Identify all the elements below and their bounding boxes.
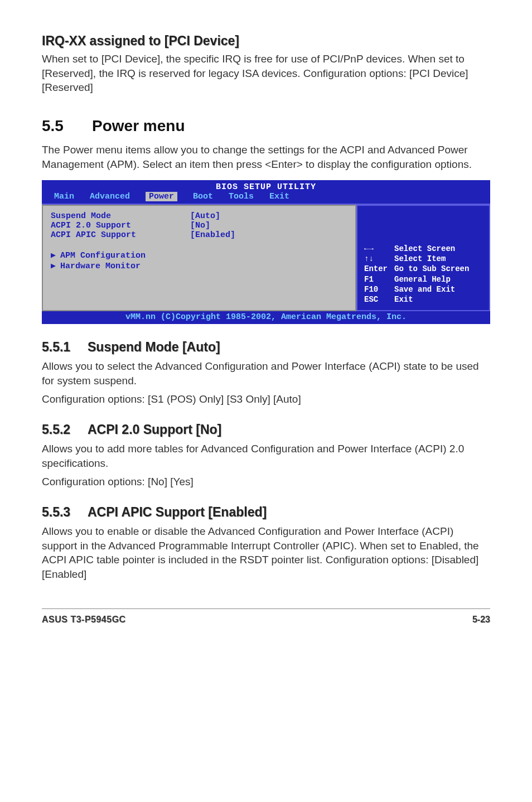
bios-row-label: ACPI APIC Support — [51, 230, 190, 240]
help-line: ←→Select Screen — [364, 244, 482, 254]
bios-row-value: [No] — [190, 221, 210, 230]
s552-heading: 5.5.2ACPI 2.0 Support [No] — [42, 422, 490, 437]
s553-title: ACPI APIC Support [Enabled] — [88, 505, 267, 519]
help-desc: Exit — [394, 294, 413, 305]
bios-footer: vMM.nn (C)Copyright 1985-2002, American … — [42, 311, 490, 324]
bios-tab-advanced[interactable]: Advanced — [90, 192, 130, 201]
s553-p1: Allows you to enable or disable the Adva… — [42, 524, 490, 582]
bios-row[interactable]: ACPI 2.0 Support [No] — [51, 221, 347, 230]
bios-screenshot: BIOS SETUP UTILITY Main Advanced Power B… — [42, 180, 490, 324]
bios-right-panel: ←→Select Screen ↑↓Select Item EnterGo to… — [356, 205, 490, 311]
bios-tab-boot[interactable]: Boot — [193, 192, 213, 201]
submenu-arrow-icon: ▶ — [51, 251, 56, 260]
help-desc: Go to Sub Screen — [394, 264, 469, 274]
help-key: ←→ — [364, 244, 390, 254]
help-key: F1 — [364, 274, 390, 284]
bios-tab-tools[interactable]: Tools — [229, 192, 254, 201]
power-num: 5.5 — [42, 117, 92, 135]
s552-p2: Configuration options: [No] [Yes] — [42, 475, 490, 489]
help-key: ↑↓ — [364, 254, 390, 264]
s553-num: 5.5.3 — [42, 505, 88, 520]
s552-title: ACPI 2.0 Support [No] — [88, 422, 221, 437]
bios-submenu-label: APM Configuration — [60, 251, 146, 260]
submenu-arrow-icon: ▶ — [51, 262, 56, 271]
bios-submenu[interactable]: ▶Hardware Monitor — [51, 260, 347, 271]
power-title: Power menu — [92, 117, 185, 134]
s551-heading: 5.5.1Suspend Mode [Auto] — [42, 340, 490, 355]
power-intro: The Power menu items allow you to change… — [42, 143, 490, 171]
s551-p2: Configuration options: [S1 (POS) Only] [… — [42, 392, 490, 407]
help-key: ESC — [364, 294, 390, 305]
s551-title: Suspend Mode [Auto] — [88, 340, 220, 354]
bios-row-value: [Enabled] — [190, 230, 235, 240]
bios-tab-exit[interactable]: Exit — [269, 192, 289, 201]
bios-tab-power[interactable]: Power — [146, 192, 177, 201]
bios-title: BIOS SETUP UTILITY — [42, 180, 490, 192]
bios-help: ←→Select Screen ↑↓Select Item EnterGo to… — [364, 244, 482, 305]
bios-row-label: ACPI 2.0 Support — [51, 221, 190, 230]
help-desc: General Help — [394, 274, 451, 284]
bios-submenu[interactable]: ▶APM Configuration — [51, 250, 347, 260]
help-desc: Save and Exit — [394, 284, 455, 294]
help-line: ↑↓Select Item — [364, 254, 482, 264]
bios-row[interactable]: ACPI APIC Support [Enabled] — [51, 230, 347, 240]
power-heading: 5.5Power menu — [42, 117, 490, 135]
help-desc: Select Screen — [394, 244, 455, 254]
bios-row-label: Suspend Mode — [51, 211, 190, 221]
help-line: F10Save and Exit — [364, 284, 482, 294]
help-line: EnterGo to Sub Screen — [364, 264, 482, 274]
footer-product: ASUS T3-P5945GC — [42, 615, 126, 625]
bios-submenu-label: Hardware Monitor — [60, 262, 141, 271]
help-line: ESCExit — [364, 294, 482, 305]
bios-row-value: [Auto] — [190, 211, 220, 221]
help-line: F1General Help — [364, 274, 482, 284]
help-key: F10 — [364, 284, 390, 294]
bios-tabs: Main Advanced Power Boot Tools Exit — [42, 192, 490, 204]
irq-text: When set to [PCI Device], the specific I… — [42, 52, 490, 95]
irq-heading: IRQ-XX assigned to [PCI Device] — [42, 33, 490, 49]
help-desc: Select Item — [394, 254, 446, 264]
s551-num: 5.5.1 — [42, 340, 88, 355]
bios-tab-main[interactable]: Main — [54, 192, 74, 201]
bios-body: Suspend Mode [Auto] ACPI 2.0 Support [No… — [42, 204, 490, 311]
s552-p1: Allows you to add more tables for Advanc… — [42, 442, 490, 470]
s551-p1: Allows you to select the Advanced Config… — [42, 359, 490, 388]
bios-left-panel: Suspend Mode [Auto] ACPI 2.0 Support [No… — [42, 205, 356, 311]
s552-num: 5.5.2 — [42, 422, 88, 437]
page-footer: ASUS T3-P5945GC 5-23 — [42, 608, 490, 625]
s553-heading: 5.5.3ACPI APIC Support [Enabled] — [42, 505, 490, 520]
bios-row[interactable]: Suspend Mode [Auto] — [51, 211, 347, 221]
help-key: Enter — [364, 264, 390, 274]
footer-page-number: 5-23 — [472, 615, 490, 625]
